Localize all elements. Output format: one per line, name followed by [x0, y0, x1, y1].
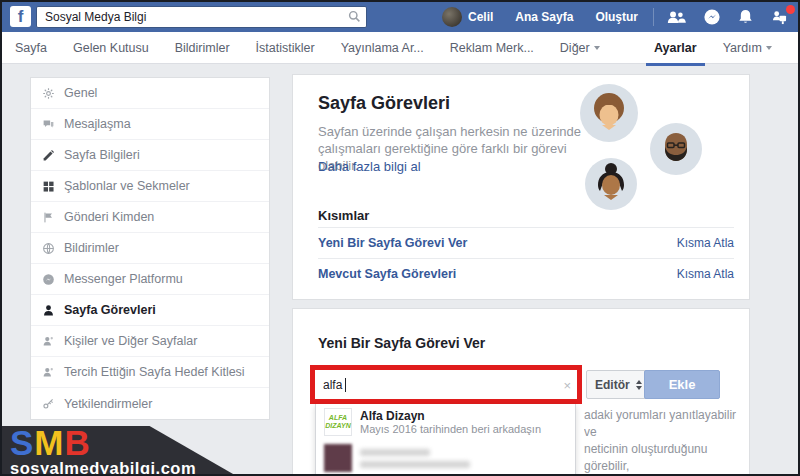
role-hint-line: neticinin oluşturduğunu görebilir,	[584, 441, 748, 475]
sidebar-item-kisiler[interactable]: Kişiler ve Diğer Sayfalar	[31, 326, 269, 357]
sidebar-item-label: Yetkilendirmeler	[64, 397, 152, 411]
grid-icon	[41, 180, 56, 193]
people-icon	[41, 335, 56, 348]
result-alfa-dizayn[interactable]: ALFA DIZAYN Alfa Dizayn Mayıs 2016 tarih…	[316, 404, 575, 440]
result-logo: ALFA DIZAYN	[324, 408, 352, 436]
globe-icon	[41, 242, 56, 255]
top-navigation-bar: f Celil Ana Sayfa Oluştur	[2, 2, 798, 32]
sidebar-item-label: Sayfa Bilgileri	[64, 148, 140, 162]
avatar-woman-bun	[585, 158, 637, 210]
home-link[interactable]: Ana Sayfa	[504, 10, 584, 24]
flag-icon	[41, 211, 56, 224]
page-roles-intro-card: Sayfa Görevleri Sayfan üzerinde çalışan …	[292, 74, 750, 300]
settings-sidebar: Genel Mesajlaşma Sayfa Bilgileri Şablonl…	[30, 77, 270, 420]
page-tabs-bar: Sayfa Gelen Kutusu Bildirimler İstatisti…	[2, 32, 798, 64]
section-row-new-role: Yeni Bir Sayfa Görevi Ver Kısma Atla	[318, 227, 734, 258]
smb-letter: S	[10, 423, 34, 462]
person-search-value: alfa	[323, 378, 342, 392]
sidebar-item-label: Genel	[64, 86, 97, 100]
create-link[interactable]: Oluştur	[584, 10, 649, 24]
chevron-down-icon	[594, 46, 600, 50]
clear-input-icon[interactable]: ×	[563, 377, 571, 392]
pin-icon	[48, 421, 53, 426]
skip-to-section-link[interactable]: Kısma Atla	[677, 267, 734, 281]
sidebar-item-sayfa-bilgileri[interactable]: Sayfa Bilgileri	[31, 140, 269, 171]
sidebar-item-label: Şablonlar ve Sekmeler	[64, 179, 190, 193]
smb-watermark: SMB sosyalmedyabilgi.com	[2, 426, 240, 476]
page-title: Sayfa Görevleri	[318, 93, 450, 114]
smb-logo: SMB	[10, 426, 240, 460]
watermark-site-url: sosyalmedyabilgi.com	[10, 460, 240, 476]
roles-illustration	[571, 81, 721, 221]
chevron-down-icon	[766, 46, 772, 50]
messenger-icon[interactable]	[695, 9, 729, 25]
facebook-logo[interactable]: f	[10, 6, 31, 27]
section-row-existing-roles: Mevcut Sayfa Görevleri Kısma Atla	[318, 258, 734, 289]
sidebar-item-label: Kişiler ve Diğer Sayfalar	[64, 334, 197, 348]
role-select-button[interactable]: Editör	[586, 370, 651, 399]
blurred-text	[360, 449, 470, 468]
role-hint-line: adaki yorumları yanıtlayabilir ve	[584, 407, 748, 441]
sidebar-item-gonderi-kimden[interactable]: Gönderi Kimden	[31, 202, 269, 233]
sidebar-item-label: Messenger Platformu	[64, 272, 183, 286]
sections-heading: Kısımlar	[318, 208, 369, 223]
tab-yardim-label: Yardım	[723, 41, 762, 55]
tab-sayfa[interactable]: Sayfa	[2, 41, 60, 55]
sidebar-item-bildirimler[interactable]: Bildirimler	[31, 233, 269, 264]
sidebar-item-sayfa-gorevleri[interactable]: Sayfa Görevleri	[31, 295, 269, 326]
audience-icon	[41, 366, 56, 379]
smb-letter: M	[34, 423, 64, 462]
profile-link[interactable]: Celil	[468, 10, 504, 24]
highlight-red-box: alfa ×	[310, 365, 582, 404]
sidebar-item-label: Mesajlaşma	[64, 117, 131, 131]
role-select-label: Editör	[595, 378, 630, 392]
person-icon	[41, 304, 56, 317]
skip-to-section-link[interactable]: Kısma Atla	[677, 236, 734, 250]
sidebar-item-label: Tercih Ettiğin Sayfa Hedef Kitlesi	[64, 365, 245, 379]
support-inbox-icon[interactable]	[762, 10, 797, 25]
result-name: Alfa Dizayn	[360, 409, 541, 423]
messenger-icon	[41, 273, 56, 286]
result-logo-line: ALFA	[329, 414, 347, 422]
tab-yayinlama[interactable]: Yayınlama Ar...	[328, 41, 437, 55]
gear-icon	[41, 87, 56, 100]
sidebar-item-label: Bildirimler	[64, 241, 119, 255]
tab-istatistikler[interactable]: İstatistikler	[243, 41, 328, 55]
tab-ayarlar-active[interactable]: Ayarlar	[640, 33, 711, 63]
tab-reklam[interactable]: Reklam Merk...	[437, 41, 547, 55]
user-avatar[interactable]	[442, 7, 462, 27]
section-link[interactable]: Yeni Bir Sayfa Görevi Ver	[318, 236, 467, 250]
tab-diger[interactable]: Diğer	[547, 41, 613, 55]
result-blurred[interactable]	[316, 440, 575, 476]
sidebar-item-sablonlar[interactable]: Şablonlar ve Sekmeler	[31, 171, 269, 202]
pencil-icon	[41, 149, 56, 162]
result-avatar	[324, 444, 352, 472]
sidebar-item-genel[interactable]: Genel	[31, 78, 269, 109]
tab-gelen-kutusu[interactable]: Gelen Kutusu	[60, 41, 162, 55]
key-icon	[41, 397, 56, 410]
result-logo-line: DIZAYN	[325, 422, 351, 430]
section-link[interactable]: Mevcut Sayfa Görevleri	[318, 267, 456, 281]
notifications-icon[interactable]	[729, 9, 762, 25]
assign-role-heading: Yeni Bir Sayfa Görevi Ver	[318, 335, 485, 351]
divider	[653, 8, 654, 26]
sidebar-item-hedef-kitle[interactable]: Tercih Ettiğin Sayfa Hedef Kitlesi	[31, 357, 269, 388]
tab-diger-label: Diğer	[560, 41, 590, 55]
facebook-settings-page: f Celil Ana Sayfa Oluştur	[0, 0, 800, 476]
notification-badge	[786, 5, 795, 14]
sidebar-item-mesajlasma[interactable]: Mesajlaşma	[31, 109, 269, 140]
friend-requests-icon[interactable]	[658, 10, 695, 24]
learn-more-link[interactable]: Daha fazla bilgi al	[318, 159, 421, 174]
avatar-man-beard	[650, 123, 702, 175]
chat-icon	[41, 118, 56, 131]
search-icon[interactable]	[348, 10, 361, 23]
tab-yardim[interactable]: Yardım	[711, 41, 784, 55]
tab-bildirimler[interactable]: Bildirimler	[162, 41, 243, 55]
smb-letter: B	[65, 423, 91, 462]
sidebar-item-yetkilendirmeler[interactable]: Yetkilendirmeler	[31, 388, 269, 419]
person-search-input[interactable]: alfa ×	[315, 370, 577, 399]
search-input[interactable]	[36, 6, 367, 28]
add-button[interactable]: Ekle	[644, 370, 720, 399]
sidebar-item-label: Gönderi Kimden	[64, 210, 154, 224]
sidebar-item-messenger-platformu[interactable]: Messenger Platformu	[31, 264, 269, 295]
